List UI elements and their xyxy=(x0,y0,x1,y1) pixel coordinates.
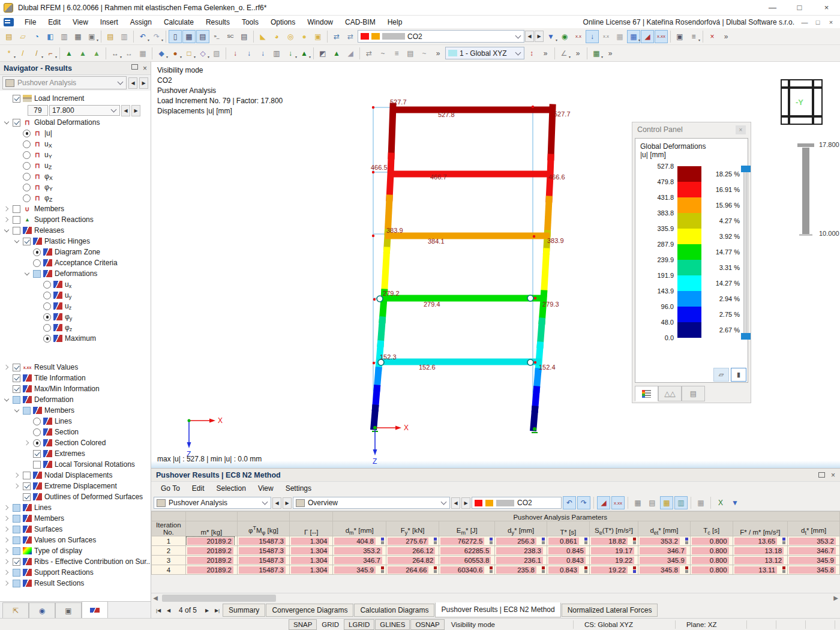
checkbox[interactable] xyxy=(13,216,20,224)
last-page-button[interactable]: ▶| xyxy=(212,605,222,615)
cell-r2c4[interactable]: 353.2 xyxy=(333,546,386,556)
calculator-icon[interactable]: ≡▾ xyxy=(687,30,700,43)
coordinate-system-combo[interactable]: 1 - Global XYZ xyxy=(445,47,524,59)
next-result-button[interactable]: ▶ xyxy=(139,77,148,89)
show-results-icon[interactable]: ◢ xyxy=(597,496,610,509)
cell-r3c2[interactable]: 15487.3 xyxy=(237,556,289,565)
arc-icon[interactable]: ⌐▾ xyxy=(44,47,57,60)
result-diagram-icon[interactable]: ◢ xyxy=(641,30,654,43)
undo-icon[interactable]: ↶▾ xyxy=(136,30,149,43)
next-button[interactable]: ▶ xyxy=(283,497,292,509)
prev-result-button[interactable]: ◀ xyxy=(128,77,137,89)
checkbox[interactable] xyxy=(13,364,20,371)
values2-icon[interactable]: x.x xyxy=(599,30,613,43)
tree-item-plastic-hinges[interactable]: Plastic Hinges xyxy=(0,236,151,247)
cell-r2c6[interactable]: 62285.5 xyxy=(439,546,495,556)
status-toggle-grid[interactable]: GRID xyxy=(317,619,343,630)
couple3-icon[interactable]: ≡ xyxy=(390,47,403,60)
radio[interactable] xyxy=(33,439,41,447)
close-navigator-icon[interactable]: × xyxy=(143,64,147,73)
checkbox[interactable] xyxy=(13,374,20,382)
cell-r3c11[interactable]: 0.800 xyxy=(690,556,733,565)
cell-r4c3[interactable]: 1.304 xyxy=(290,565,333,575)
tree-item-surfaces[interactable]: Surfaces xyxy=(0,524,151,535)
table-tools-icon[interactable]: ▦▾ xyxy=(590,47,603,60)
first-page-button[interactable]: |◀ xyxy=(154,605,163,615)
tree-item-extreme-displacement[interactable]: Extreme Displacement xyxy=(0,481,151,491)
tab-color-scale[interactable] xyxy=(635,386,658,401)
radio[interactable] xyxy=(43,302,51,310)
cell-r4c0[interactable]: 4 xyxy=(152,565,186,575)
load-case-combo[interactable]: CO2 xyxy=(358,30,524,43)
panel-slider[interactable] xyxy=(743,166,747,339)
cell-r1c12[interactable]: 13.65 xyxy=(733,536,788,546)
graphics-viewport[interactable]: Visibility modeCO2Pushover AnalysisLoad … xyxy=(151,62,840,468)
radio[interactable] xyxy=(43,281,51,289)
status-toggle-lgrid[interactable]: LGRID xyxy=(344,619,374,630)
redo-icon[interactable]: ↷▾ xyxy=(150,30,163,43)
overflow4-icon[interactable]: » xyxy=(571,47,584,60)
cell-r3c13[interactable]: 345.9 xyxy=(788,556,840,565)
checkbox[interactable] xyxy=(13,504,20,512)
cell-r2c3[interactable]: 1.304 xyxy=(290,546,333,556)
checkbox[interactable] xyxy=(23,238,31,245)
tree-item-global-deformations[interactable]: ⊓Global Deformations xyxy=(0,117,151,128)
cell-r4c2[interactable]: 15487.3 xyxy=(237,565,289,575)
menu-edit[interactable]: Edit xyxy=(42,17,67,28)
load-display-icon[interactable]: ↓ xyxy=(586,30,599,43)
menu-view[interactable]: View xyxy=(67,17,94,28)
tree-item-acceptance-criteria[interactable]: Acceptance Criteria xyxy=(0,257,151,268)
radio[interactable] xyxy=(43,335,51,343)
tree-item-lines[interactable]: Lines xyxy=(0,416,151,427)
checkbox[interactable] xyxy=(13,558,20,566)
scroll-left-icon[interactable]: ◀ xyxy=(151,594,160,602)
checkbox[interactable] xyxy=(13,205,20,213)
radio[interactable] xyxy=(23,173,31,181)
prev-page-button[interactable]: ◀ xyxy=(164,605,173,615)
section-cut-icon[interactable]: ↕ xyxy=(525,47,538,60)
overflow5-icon[interactable]: » xyxy=(604,47,617,60)
close-button[interactable]: × xyxy=(813,0,840,15)
opening-icon[interactable]: ◇▾ xyxy=(196,47,209,60)
checkbox[interactable] xyxy=(13,580,20,587)
transfer-icon[interactable]: ⇄ xyxy=(330,30,343,43)
cell-r4c12[interactable]: 13.11 xyxy=(733,565,788,575)
cell-r2c2[interactable]: 15487.3 xyxy=(237,546,289,556)
cell-r3c4[interactable]: 346.7 xyxy=(333,556,386,565)
checkbox[interactable] xyxy=(23,482,31,490)
radio[interactable] xyxy=(23,130,31,137)
tree-item-type-of-display[interactable]: Type of display xyxy=(0,545,151,556)
overflow-icon[interactable]: » xyxy=(719,30,733,43)
dock-menu-go-to[interactable]: Go To xyxy=(155,483,186,494)
tree-item-members[interactable]: Members xyxy=(0,513,151,524)
menu-tools[interactable]: Tools xyxy=(236,17,265,28)
new-model-icon[interactable]: ▤ xyxy=(2,30,16,43)
bim-icon[interactable]: ◔ xyxy=(30,30,43,43)
checkbox[interactable] xyxy=(13,396,20,404)
tree-item-max-min-information[interactable]: Max/Min Information xyxy=(0,383,151,394)
save-icon[interactable]: ▦ xyxy=(71,30,85,43)
menu-assign[interactable]: Assign xyxy=(124,17,158,28)
tree-item-deformation[interactable]: Deformation xyxy=(0,394,151,405)
radio[interactable] xyxy=(33,428,41,436)
radio[interactable] xyxy=(43,313,51,321)
jump-back-icon[interactable]: ↶ xyxy=(563,496,576,509)
tab-factors[interactable]: △△ xyxy=(658,386,682,401)
cell-r4c10[interactable]: 345.8 xyxy=(638,565,691,575)
checkbox[interactable] xyxy=(13,536,20,544)
menu-calculate[interactable]: Calculate xyxy=(158,17,200,28)
cell-r4c8[interactable]: 0.843 xyxy=(547,565,589,575)
cell-r2c0[interactable]: 2 xyxy=(152,546,186,556)
checkbox[interactable] xyxy=(13,526,20,533)
report-icon[interactable]: ▥ xyxy=(118,30,131,43)
show-values-icon[interactable]: x.xx xyxy=(611,496,625,509)
tree2-icon[interactable]: ▲ xyxy=(76,47,89,60)
dimension-icon[interactable]: ↔▾ xyxy=(109,47,122,60)
prev-button[interactable]: ◀ xyxy=(272,497,281,509)
spring-icon[interactable]: ◉ xyxy=(558,30,571,43)
dock-menu-edit[interactable]: Edit xyxy=(186,483,211,494)
horizontal-scrollbar[interactable]: ◀ ▶ xyxy=(151,593,840,602)
toolbar-arrow-button[interactable]: ◀ xyxy=(525,31,534,42)
tree-item-support-reactions[interactable]: ▲Support Reactions xyxy=(0,214,151,225)
menu-cad-bim[interactable]: CAD-BIM xyxy=(339,17,382,28)
